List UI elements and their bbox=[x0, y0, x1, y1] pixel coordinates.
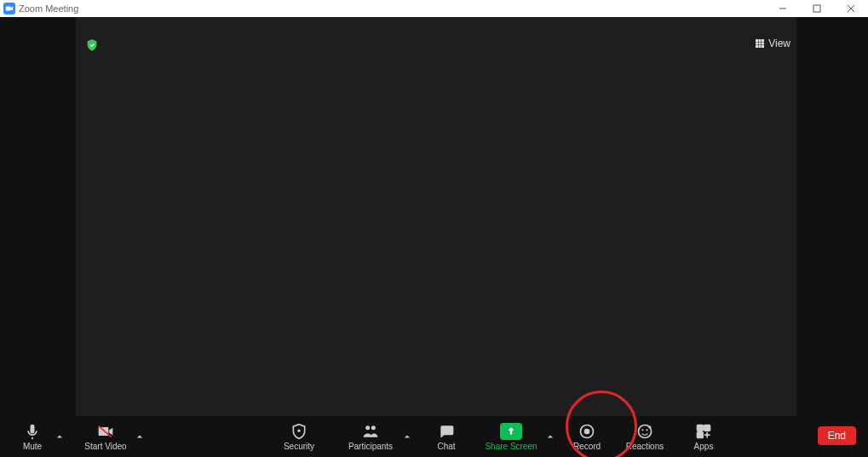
svg-rect-24 bbox=[704, 425, 710, 431]
svg-point-16 bbox=[365, 425, 370, 430]
microphone-icon bbox=[24, 423, 41, 440]
window-minimize-button[interactable] bbox=[766, 0, 800, 17]
mute-button[interactable]: Mute bbox=[12, 423, 53, 451]
view-label: View bbox=[768, 38, 790, 49]
participants-icon bbox=[362, 423, 379, 440]
participants-options-button[interactable] bbox=[400, 433, 414, 440]
chat-icon bbox=[438, 423, 455, 440]
zoom-app-icon bbox=[3, 3, 15, 14]
svg-point-21 bbox=[641, 429, 643, 431]
svg-point-17 bbox=[371, 425, 376, 430]
start-video-label: Start Video bbox=[84, 442, 126, 451]
encryption-shield-icon[interactable] bbox=[85, 38, 99, 55]
svg-rect-6 bbox=[759, 39, 762, 42]
apps-label: Apps bbox=[694, 442, 714, 451]
share-screen-icon bbox=[500, 423, 522, 440]
svg-rect-23 bbox=[698, 425, 704, 431]
share-screen-options-button[interactable] bbox=[543, 433, 557, 440]
mute-label: Mute bbox=[23, 442, 42, 451]
participants-label: Participants bbox=[348, 442, 393, 451]
start-video-button[interactable]: Start Video bbox=[78, 423, 133, 451]
window-close-button[interactable] bbox=[834, 0, 868, 17]
svg-rect-2 bbox=[813, 5, 820, 12]
grid-icon bbox=[755, 38, 765, 49]
apps-icon bbox=[695, 423, 712, 440]
shield-icon bbox=[290, 423, 308, 440]
participants-button[interactable]: Participants bbox=[341, 423, 400, 451]
svg-rect-10 bbox=[762, 43, 764, 45]
svg-point-19 bbox=[584, 428, 590, 434]
svg-point-15 bbox=[297, 429, 300, 431]
meeting-stage: View Mute Start Video bbox=[0, 17, 868, 457]
security-button[interactable]: Security bbox=[273, 423, 325, 451]
svg-rect-5 bbox=[756, 39, 758, 42]
reactions-label: Reactions bbox=[626, 442, 664, 451]
reactions-button[interactable]: Reactions bbox=[618, 423, 671, 451]
share-screen-label: Share Screen bbox=[485, 442, 537, 451]
svg-rect-0 bbox=[6, 7, 11, 11]
svg-rect-13 bbox=[762, 45, 764, 48]
video-off-icon bbox=[97, 423, 114, 440]
svg-rect-25 bbox=[698, 431, 704, 437]
share-screen-button[interactable]: Share Screen bbox=[479, 423, 543, 451]
video-area bbox=[76, 17, 796, 416]
svg-rect-12 bbox=[759, 45, 762, 48]
window-maximize-button[interactable] bbox=[800, 0, 834, 17]
svg-rect-8 bbox=[756, 43, 758, 45]
record-label: Record bbox=[573, 442, 601, 451]
chat-label: Chat bbox=[437, 442, 455, 451]
meeting-toolbar: Mute Start Video Security bbox=[0, 416, 868, 457]
chat-button[interactable]: Chat bbox=[426, 423, 467, 451]
mute-options-button[interactable] bbox=[53, 433, 66, 440]
record-button[interactable]: Record bbox=[564, 423, 610, 451]
svg-rect-7 bbox=[762, 39, 764, 42]
apps-button[interactable]: Apps bbox=[683, 423, 724, 451]
window-title: Zoom Meeting bbox=[19, 3, 78, 14]
view-button[interactable]: View bbox=[755, 38, 790, 49]
svg-rect-11 bbox=[756, 45, 758, 48]
record-icon bbox=[578, 423, 595, 440]
svg-rect-9 bbox=[759, 43, 762, 45]
window-titlebar: Zoom Meeting bbox=[0, 0, 868, 17]
svg-point-22 bbox=[646, 429, 647, 431]
reactions-icon bbox=[636, 423, 653, 440]
end-button[interactable]: End bbox=[818, 426, 856, 445]
security-label: Security bbox=[284, 442, 314, 451]
video-options-button[interactable] bbox=[133, 433, 147, 440]
